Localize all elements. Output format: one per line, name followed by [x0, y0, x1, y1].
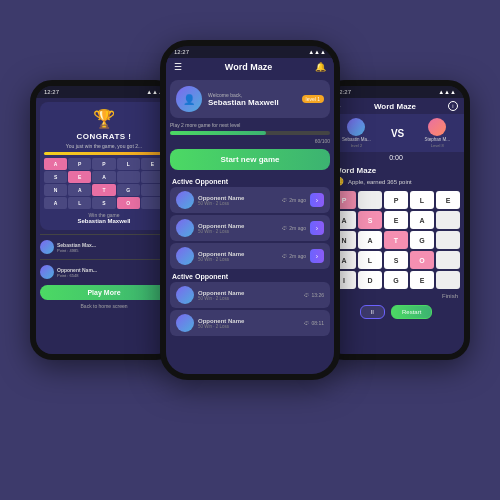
letter-empty2	[436, 211, 460, 229]
pause-button[interactable]: II	[360, 305, 385, 319]
opp-avatar-5	[176, 314, 194, 332]
right-screen: ← Word Maze i Sebastin Ma... level 2 VS …	[328, 98, 464, 360]
player2: Stephan M... Level 8	[424, 118, 450, 148]
phones-container: 12:27 ▲▲▲ 🏆 CONGRATS ! You just win the …	[20, 20, 480, 480]
active-opponent-title-2: Active Opponent	[172, 273, 328, 280]
back-link[interactable]: Back to home screen	[40, 303, 168, 309]
congrats-title: CONGRATS !	[44, 132, 164, 141]
right-title: Word Maze	[374, 102, 416, 111]
vs-label: VS	[391, 128, 404, 139]
grid-cell	[117, 171, 140, 183]
opp-info-2: Opponent Nam... Point : 6548	[57, 267, 157, 278]
opp-time-1: ⏱ 2m ago	[282, 197, 306, 203]
score-text: Apple, earned 365 point	[348, 179, 412, 185]
opp-time-4: ⏱ 13:26	[304, 292, 324, 298]
clock-icon: ⏱	[282, 197, 287, 203]
center-time: 12:27	[174, 49, 189, 55]
player1: Sebastin Ma... level 2	[342, 118, 371, 148]
finish-label: Finish	[328, 291, 464, 301]
opp-card-sub-5: 50 Win · 2 Loss	[198, 324, 300, 329]
opp-card-sub-1: 50 Win · 2 Loss	[198, 201, 278, 206]
player2-level: Level 8	[431, 143, 444, 148]
opponent-card-5: Opponent Name 50 Win · 2 Loss ⏱ 08:11	[170, 310, 330, 336]
congrats-sub: You just win the game, you got 2...	[44, 143, 164, 149]
header-title: Word Maze	[182, 62, 315, 72]
letter-empty4	[436, 251, 460, 269]
time-val-3: 2m ago	[289, 253, 306, 259]
restart-button[interactable]: Restart	[391, 305, 432, 319]
grid-cell: L	[68, 197, 91, 209]
arrow-btn-3[interactable]: ›	[310, 249, 324, 263]
avatar-2	[40, 265, 54, 279]
bottom-controls: II Restart	[328, 301, 464, 323]
word-grid: A P P L E S E A N A T G A L	[44, 158, 164, 209]
opponent-row-1: Sebastian Max... Point : 4985 ⏱	[40, 238, 168, 256]
grid-cell: S	[44, 171, 67, 183]
player-name: Sebastian Maxwell	[44, 218, 164, 224]
letter-empty3	[436, 231, 460, 249]
letter-D: D	[358, 271, 382, 289]
bell-icon[interactable]: 🔔	[315, 62, 326, 72]
player1-level: level 2	[351, 143, 363, 148]
right-header: ← Word Maze i	[328, 98, 464, 114]
letter-A3: A	[358, 231, 382, 249]
grid-cell: N	[44, 184, 67, 196]
right-status-bar: 12:27 ▲▲▲	[328, 86, 464, 98]
letter-E3: E	[410, 271, 434, 289]
opp-card-info-1: Opponent Name 50 Win · 2 Loss	[198, 195, 278, 206]
start-game-button[interactable]: Start new game	[170, 149, 330, 170]
user-name: Sebastian Maxwell	[208, 98, 296, 107]
arrow-btn-2[interactable]: ›	[310, 221, 324, 235]
gold-bar	[44, 152, 164, 155]
opp-card-info-5: Opponent Name 50 Win · 2 Loss	[198, 318, 300, 329]
center-screen: ☰ Word Maze 🔔 👤 Welcome back, Sebastian …	[166, 58, 334, 380]
grid-cell: A	[44, 158, 67, 170]
info-icon[interactable]: i	[448, 101, 458, 111]
welcome-card: 👤 Welcome back, Sebastian Maxwell level …	[170, 80, 330, 118]
score-line: 🪙 Apple, earned 365 point	[328, 176, 464, 189]
congrats-box: 🏆 CONGRATS ! You just win the game, you …	[40, 102, 168, 230]
opp-time-3: ⏱ 2m ago	[282, 253, 306, 259]
play-more-button[interactable]: Play More	[40, 285, 168, 300]
hamburger-icon[interactable]: ☰	[174, 62, 182, 72]
letter-empty	[358, 191, 382, 209]
opp-avatar-3	[176, 247, 194, 265]
opp-info-1: Sebastian Max... Point : 4985	[57, 242, 157, 253]
grid-cell: O	[117, 197, 140, 209]
opp-avatar-4	[176, 286, 194, 304]
opp-card-info-4: Opponent Name 50 Win · 2 Loss	[198, 290, 300, 301]
letter-G: G	[410, 231, 434, 249]
center-status-bar: 12:27 ▲▲▲	[166, 46, 334, 58]
letter-S2: S	[384, 251, 408, 269]
grid-cell: L	[117, 158, 140, 170]
letter-S: S	[358, 211, 382, 229]
grid-cell: A	[68, 184, 91, 196]
center-icons: ▲▲▲	[308, 49, 326, 55]
letter-L: L	[410, 191, 434, 209]
opp-card-info-3: Opponent Name 50 Win · 2 Loss	[198, 251, 278, 262]
maze-title: Word Maze	[328, 163, 464, 176]
time-val-2: 2m ago	[289, 225, 306, 231]
grid-cell: P	[68, 158, 91, 170]
letter-O: O	[410, 251, 434, 269]
opp-card-info-2: Opponent Name 50 Win · 2 Loss	[198, 223, 278, 234]
progress-bar	[170, 131, 330, 135]
arrow-btn-1[interactable]: ›	[310, 193, 324, 207]
opp-time-5: ⏱ 08:11	[304, 320, 324, 326]
letter-empty5	[436, 271, 460, 289]
progress-label: 60/100	[170, 138, 330, 144]
time-val-5: 08:11	[311, 320, 324, 326]
game-timer: 0:00	[328, 152, 464, 163]
left-status-bar: 12:27 ▲▲▲	[36, 86, 172, 98]
trophy-icon: 🏆	[44, 108, 164, 130]
opp-time-2: ⏱ 2m ago	[282, 225, 306, 231]
letter-L: L	[358, 251, 382, 269]
opponent-card-4: Opponent Name 50 Win · 2 Loss ⏱ 13:26	[170, 282, 330, 308]
grid-cell: E	[68, 171, 91, 183]
grid-cell: A	[92, 171, 115, 183]
letter-A2: A	[410, 211, 434, 229]
opp-points-2: Point : 6548	[57, 273, 157, 278]
opponent-row-2: Opponent Nam... Point : 6548 ⏱	[40, 263, 168, 281]
grid-cell: G	[117, 184, 140, 196]
left-time: 12:27	[44, 89, 59, 95]
